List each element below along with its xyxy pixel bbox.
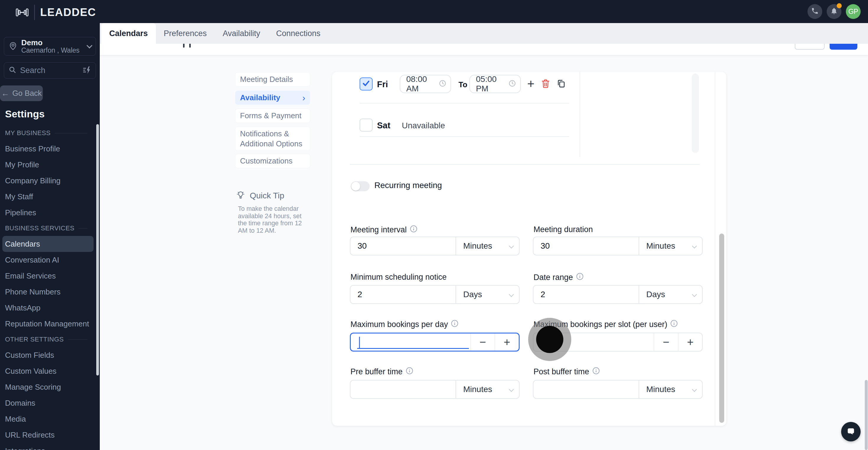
card-scrollbar[interactable] [719,233,724,423]
max-bookings-slot-label: Maximum bookings per slot (per user) [533,319,678,329]
page-title-descenders [183,44,185,48]
meeting-interval-unit-select[interactable]: Minutes [456,237,519,255]
sidebar-item-media[interactable]: Media [0,411,100,427]
meeting-duration-label: Meeting duration [533,225,593,234]
sidebar-item-manage-scoring[interactable]: Manage Scoring [0,379,100,395]
quick-actions-icon[interactable] [82,66,91,76]
bell-icon [830,7,838,16]
max-bookings-slot-field: − + [533,333,703,351]
meeting-interval-field: 30 Minutes [350,236,520,255]
sidebar-item-email-services[interactable]: Email Services [0,268,100,284]
tab-preferences[interactable]: Preferences [156,23,215,44]
add-time-slot-button[interactable]: + [525,78,537,90]
max-bookings-day-field: − + [350,333,520,351]
app-root: LEADDEC GP [0,0,868,450]
recurring-meeting-label: Recurring meeting [374,181,442,190]
tab-calendars[interactable]: Calendars [101,23,156,44]
toggle-knob [351,182,360,191]
sat-checkbox[interactable] [360,118,373,132]
availability-panel: Fri 08:00 AM To 05:00 PM + [332,72,726,426]
chat-launcher-button[interactable] [841,422,861,442]
max-bookings-slot-input[interactable] [533,333,654,351]
tab-availability[interactable]: Availability [215,23,268,44]
min-scheduling-notice-input[interactable]: 2 [350,286,456,303]
increase-button[interactable]: + [678,333,702,351]
decrease-button[interactable]: − [470,334,495,351]
to-label: To [459,80,467,89]
settings-menu: MY BUSINESS Business Profile My Profile … [0,125,100,450]
meeting-duration-input[interactable]: 30 [533,237,639,255]
check-icon [362,79,370,89]
page-scrollbar[interactable] [865,380,868,450]
sidebar-item-domains[interactable]: Domains [0,395,100,411]
min-scheduling-notice-unit-select[interactable]: Days [456,286,519,303]
info-icon[interactable] [576,273,584,282]
sidebar-item-my-staff[interactable]: My Staff [0,189,100,205]
meeting-interval-input[interactable]: 30 [350,237,456,255]
copy-icon [557,79,566,90]
delete-time-slot-button[interactable] [540,79,551,90]
fri-end-time-field[interactable]: 05:00 PM [469,75,521,93]
increase-button[interactable]: + [495,334,519,351]
sidebar-item-url-redirects[interactable]: URL Redirects [0,427,100,443]
days-list-scrollbar[interactable] [692,74,699,153]
sidebar-item-pipelines[interactable]: Pipelines [0,205,100,221]
nav-notifications-options[interactable]: Notifications & Additional Options [235,127,310,150]
sidebar-item-custom-values[interactable]: Custom Values [0,363,100,379]
phone-icon [811,7,819,16]
sidebar-item-calendars[interactable]: Calendars [2,236,94,252]
max-bookings-day-input[interactable] [351,334,470,351]
text-caret [359,337,360,349]
nav-customizations[interactable]: Customizations [235,154,310,168]
go-back-button[interactable]: ← Go Back [0,85,43,101]
sidebar-item-company-billing[interactable]: Company Billing [0,173,100,189]
tab-connections[interactable]: Connections [268,23,328,44]
user-avatar[interactable]: GP [846,4,861,19]
sidebar-search[interactable] [4,62,96,79]
post-buffer-input[interactable] [533,381,639,398]
post-buffer-unit-select[interactable]: Minutes [639,381,702,398]
sidebar-item-my-profile[interactable]: My Profile [0,157,100,173]
nav-meeting-details[interactable]: Meeting Details [235,73,310,86]
info-icon[interactable] [406,367,413,377]
days-section-vertical-divider [580,72,580,157]
card-scrollbar-gutter [715,72,715,426]
cancel-button-partial[interactable] [795,44,825,50]
nav-availability[interactable]: Availability › [235,91,310,105]
section-header-other-settings: OTHER SETTINGS [0,332,100,347]
sidebar-item-custom-fields[interactable]: Custom Fields [0,347,100,363]
info-icon[interactable] [592,367,600,377]
search-input[interactable] [20,66,79,75]
sidebar-item-business-profile[interactable]: Business Profile [0,141,100,157]
meeting-duration-unit-select[interactable]: Minutes [639,237,702,255]
day-label-fri: Fri [377,80,388,89]
post-buffer-field: Minutes [533,380,703,399]
sidebar-item-phone-numbers[interactable]: Phone Numbers [0,284,100,300]
decrease-button[interactable]: − [654,333,678,351]
pre-buffer-input[interactable] [350,381,456,398]
fri-checkbox[interactable] [360,78,373,90]
pre-buffer-unit-select[interactable]: Minutes [456,381,519,398]
info-icon[interactable] [451,319,459,329]
info-icon[interactable] [670,319,678,329]
nav-forms-payment[interactable]: Forms & Payment [235,109,310,123]
date-range-input[interactable]: 2 [533,286,639,303]
sidebar-item-clipped[interactable]: Integrations [0,443,100,450]
notifications-button[interactable] [827,4,841,19]
location-switcher[interactable]: Demo Caernarfon , Wales [4,37,96,56]
info-icon[interactable] [410,225,417,235]
chevron-down-icon [509,387,514,392]
phone-button[interactable] [807,4,822,19]
save-button-partial[interactable] [830,44,857,50]
location-texts: Demo Caernarfon , Wales [21,38,84,54]
min-scheduling-notice-field: 2 Days [350,285,520,304]
row-divider [360,136,569,137]
sidebar-item-reputation-management[interactable]: Reputation Management [0,316,100,332]
copy-time-slot-button[interactable] [556,79,567,90]
sidebar-scrollbar[interactable] [96,124,99,375]
sidebar-item-conversation-ai[interactable]: Conversation AI [0,252,100,268]
sidebar-item-whatsapp[interactable]: WhatsApp [0,300,100,316]
fri-start-time-field[interactable]: 08:00 AM [400,75,451,93]
date-range-unit-select[interactable]: Days [639,286,702,303]
recurring-meeting-toggle[interactable] [351,181,370,191]
